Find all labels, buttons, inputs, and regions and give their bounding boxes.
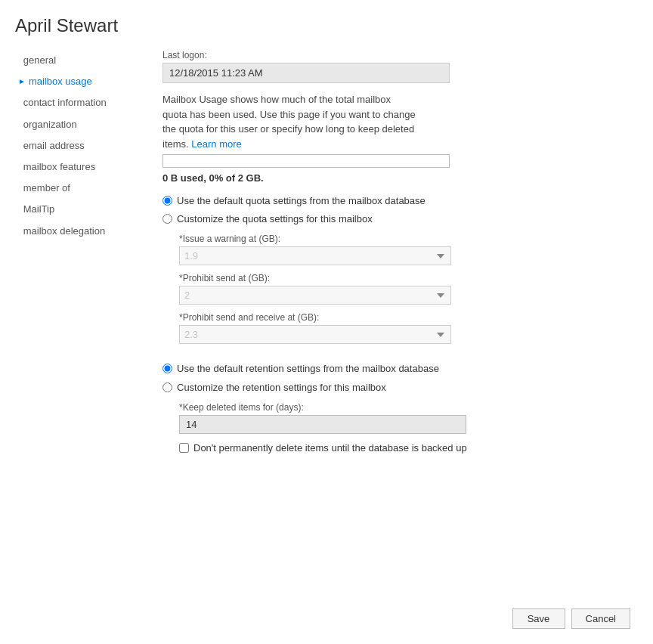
- description-text: Mailbox Usage shows how much of the tota…: [162, 92, 457, 151]
- retention-custom-radio-item: Customize the retention settings for thi…: [162, 381, 630, 395]
- sidebar-item-mailtip[interactable]: MailTip: [15, 199, 140, 220]
- arrow-icon: ►: [18, 76, 26, 87]
- quota-radio-group: Use the default quota settings from the …: [162, 194, 630, 226]
- save-button[interactable]: Save: [512, 608, 565, 629]
- cancel-button[interactable]: Cancel: [571, 608, 630, 629]
- last-logon-label: Last logon:: [162, 50, 630, 60]
- retention-radio-group: Use the default retention settings from …: [162, 362, 630, 394]
- prohibit-send-receive-select[interactable]: 2.3: [179, 325, 451, 344]
- retention-default-radio-item: Use the default retention settings from …: [162, 362, 630, 376]
- dont-delete-checkbox-item: Don't permanently delete items until the…: [179, 441, 630, 455]
- usage-text: 0 B used, 0% of 2 GB.: [162, 172, 630, 184]
- sidebar-item-member-of[interactable]: member of: [15, 178, 140, 199]
- sidebar-item-contact-information[interactable]: contact information: [15, 92, 140, 113]
- keep-deleted-group: *Keep deleted items for (days): 14: [179, 402, 630, 434]
- page-title: April Stewart: [15, 15, 630, 36]
- retention-default-label[interactable]: Use the default retention settings from …: [177, 362, 439, 376]
- prohibit-send-label: *Prohibit send at (GB):: [179, 273, 630, 283]
- dont-delete-label[interactable]: Don't permanently delete items until the…: [193, 441, 467, 455]
- sidebar-item-mailbox-usage[interactable]: ► mailbox usage: [15, 71, 140, 92]
- quota-custom-radio[interactable]: [162, 214, 172, 224]
- sidebar-item-organization[interactable]: organization: [15, 114, 140, 135]
- quota-custom-label[interactable]: Customize the quota settings for this ma…: [177, 212, 373, 226]
- main-content: Last logon: 12/18/2015 11:23 AM Mailbox …: [147, 50, 630, 455]
- sidebar-item-email-address[interactable]: email address: [15, 135, 140, 156]
- last-logon-value: 12/18/2015 11:23 AM: [162, 63, 450, 83]
- quota-custom-radio-item: Customize the quota settings for this ma…: [162, 212, 630, 226]
- layout: general ► mailbox usage contact informat…: [15, 50, 630, 455]
- quota-default-radio-item: Use the default quota settings from the …: [162, 194, 630, 208]
- prohibit-send-receive-dropdown-group: *Prohibit send and receive at (GB): 2.3: [179, 312, 630, 344]
- retention-default-radio[interactable]: [162, 364, 172, 373]
- keep-deleted-input[interactable]: 14: [179, 415, 466, 434]
- prohibit-send-select[interactable]: 2: [179, 286, 451, 305]
- section-divider: [162, 351, 630, 362]
- sidebar-item-mailbox-delegation[interactable]: mailbox delegation: [15, 221, 140, 242]
- keep-deleted-label: *Keep deleted items for (days):: [179, 402, 630, 413]
- sidebar-item-mailbox-features[interactable]: mailbox features: [15, 156, 140, 178]
- progress-bar-container: [162, 154, 450, 168]
- retention-custom-radio[interactable]: [162, 382, 172, 392]
- sidebar-item-general[interactable]: general: [15, 50, 140, 71]
- quota-default-radio[interactable]: [162, 196, 172, 206]
- prohibit-send-dropdown-group: *Prohibit send at (GB): 2: [179, 273, 630, 305]
- dont-delete-checkbox[interactable]: [179, 443, 189, 453]
- quota-default-label[interactable]: Use the default quota settings from the …: [177, 194, 426, 208]
- warning-label: *Issue a warning at (GB):: [179, 234, 630, 244]
- prohibit-send-receive-label: *Prohibit send and receive at (GB):: [179, 312, 630, 323]
- retention-custom-label[interactable]: Customize the retention settings for thi…: [177, 381, 386, 395]
- warning-dropdown-group: *Issue a warning at (GB): 1.9: [179, 234, 630, 265]
- page-container: April Stewart general ► mailbox usage co…: [0, 0, 653, 644]
- footer: Save Cancel: [512, 608, 630, 629]
- sidebar: general ► mailbox usage contact informat…: [15, 50, 147, 455]
- warning-select[interactable]: 1.9: [179, 246, 451, 265]
- learn-more-link[interactable]: Learn more: [191, 138, 241, 150]
